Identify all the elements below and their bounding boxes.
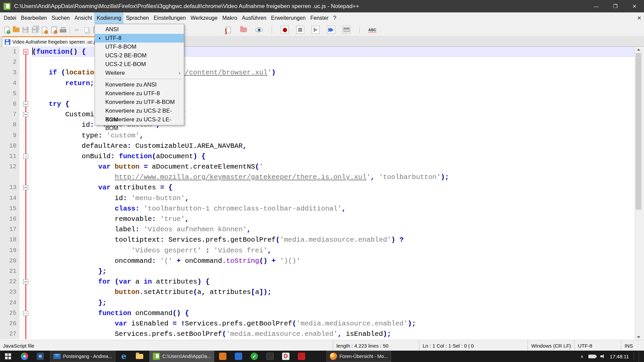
close-doc-icon[interactable]: –: [40, 26, 48, 34]
code-text[interactable]: http://www.mozilla.org/keymaster/gatekee…: [32, 172, 635, 182]
code-line-wrap[interactable]: http://www.mozilla.org/keymaster/gatekee…: [0, 172, 635, 182]
fold-margin[interactable]: [19, 47, 32, 57]
close-button[interactable]: ✕: [625, 0, 644, 12]
code-text[interactable]: oncommand: '(' + onCommand.toString() + …: [32, 256, 635, 266]
code-line[interactable]: 19 'Videos gesperrt' : 'Videos frei',: [0, 245, 635, 256]
fold-margin[interactable]: [19, 57, 32, 67]
encoding-menu-item-konvertiere-zu-ansi[interactable]: Konvertiere zu ANSI: [95, 80, 184, 89]
code-line[interactable]: 21 };: [0, 266, 635, 277]
macro-run-multiple-icon[interactable]: [327, 26, 335, 34]
macro-play-icon[interactable]: [312, 26, 320, 34]
session-folder-icon[interactable]: [239, 26, 248, 34]
fold-collapse-icon[interactable]: [23, 112, 28, 117]
code-line[interactable]: 18 tooltiptext: Services.prefs.getBoolPr…: [0, 235, 635, 245]
code-text[interactable]: defaultArea: CustomizableUI.AREA_NAVBAR,: [32, 141, 635, 151]
code-text[interactable]: onBuild: function(aDocument) {: [32, 151, 635, 162]
code-text[interactable]: Services.prefs.setBoolPref('media.medias…: [32, 329, 635, 339]
fold-margin[interactable]: [19, 141, 32, 151]
fold-margin[interactable]: [19, 109, 32, 120]
menu-item-suchen[interactable]: Suchen: [49, 12, 72, 24]
macro-save-icon[interactable]: [342, 26, 351, 34]
code-line[interactable]: 9 type: 'custom',: [0, 130, 635, 141]
fold-margin[interactable]: [19, 214, 32, 224]
menu-item-ansicht[interactable]: Ansicht: [72, 12, 94, 24]
firefox-window-button[interactable]: Foren-Übersicht - Mo...: [326, 351, 391, 362]
clock[interactable]: 17:48:11: [610, 354, 629, 359]
fold-collapse-icon[interactable]: [23, 279, 28, 284]
encoding-menu-item-weitere[interactable]: Weitere›: [95, 69, 184, 77]
orange-app-icon[interactable]: [215, 351, 230, 362]
code-text[interactable]: tooltiptext: Services.prefs.getBoolPref(…: [32, 235, 635, 245]
code-line[interactable]: 10 defaultArea: CustomizableUI.AREA_NAVB…: [0, 141, 635, 151]
fold-collapse-icon[interactable]: [23, 49, 28, 54]
code-text[interactable]: for (var a in attributes) {: [32, 277, 635, 287]
vertical-scrollbar[interactable]: [635, 47, 642, 340]
scroll-up-icon[interactable]: [635, 47, 642, 52]
fold-margin[interactable]: [19, 182, 32, 193]
code-line[interactable]: 24 };: [0, 298, 635, 308]
fold-margin[interactable]: [19, 266, 32, 277]
encoding-menu-item-ucs-2-be-bom[interactable]: UCS-2 BE-BOM: [95, 51, 184, 60]
menu-item-einstellungen[interactable]: Einstellungen: [151, 12, 188, 24]
fold-margin[interactable]: [19, 88, 32, 99]
show-desktop-button[interactable]: [639, 351, 641, 362]
copy-icon[interactable]: [82, 26, 90, 34]
fold-margin[interactable]: [19, 130, 32, 141]
code-line[interactable]: 11 onBuild: function(aDocument) {: [0, 151, 635, 162]
menu-item-erweiterungen[interactable]: Erweiterungen: [269, 12, 308, 24]
fold-margin[interactable]: [19, 172, 32, 182]
code-text[interactable]: id: 'menu-button',: [32, 193, 635, 203]
code-text[interactable]: var attributes = {: [32, 182, 635, 193]
save-icon[interactable]: [21, 26, 30, 34]
macro-record-icon[interactable]: [281, 26, 289, 34]
antivirus-check-icon[interactable]: ✓: [247, 351, 262, 362]
open-file-icon[interactable]: [12, 26, 20, 34]
fold-margin[interactable]: [19, 256, 32, 266]
fold-margin[interactable]: [19, 151, 32, 162]
code-line[interactable]: 14 id: 'menu-button',: [0, 193, 635, 203]
notepadpp-window-button[interactable]: C:\Users\Andi\AppDa...: [149, 351, 214, 362]
minimize-button[interactable]: —: [587, 0, 606, 12]
tray-chevron-icon[interactable]: ∧: [580, 354, 584, 359]
start-button[interactable]: [0, 351, 16, 362]
encoding-menu-item-ansi[interactable]: ANSI: [95, 25, 184, 34]
chrome-icon[interactable]: [17, 351, 32, 362]
fold-collapse-icon[interactable]: [23, 185, 28, 190]
scroll-down-icon[interactable]: [635, 334, 642, 340]
code-line[interactable]: 20 oncommand: '(' + onCommand.toString()…: [0, 256, 635, 266]
menu-item-sprachen[interactable]: Sprachen: [123, 12, 151, 24]
spellcheck-icon[interactable]: ABC: [368, 26, 376, 34]
scrollbar-thumb[interactable]: [636, 53, 641, 210]
volume-icon[interactable]: [600, 354, 605, 358]
fold-margin[interactable]: [19, 235, 32, 245]
code-line[interactable]: 25 function onCommand() {: [0, 308, 635, 318]
fold-margin[interactable]: [19, 120, 32, 130]
macro-stop-icon[interactable]: [296, 26, 304, 34]
menu-item-werkzeuge[interactable]: Werkzeuge: [188, 12, 220, 24]
fold-margin[interactable]: [19, 99, 32, 109]
fold-margin[interactable]: [19, 67, 32, 78]
red-app-icon[interactable]: [294, 351, 309, 362]
fold-margin[interactable]: [19, 287, 32, 297]
code-line[interactable]: 23 button.setAttribute(a, attributes[a])…: [0, 287, 635, 297]
battery-icon[interactable]: [588, 355, 596, 358]
encoding-menu-item-konvertiere-zu-ucs-2-le-bom[interactable]: Konvertiere zu UCS-2 LE-BOM: [95, 115, 184, 124]
encoding-menu-item-konvertiere-zu-utf-8[interactable]: Konvertiere zu UTF-8: [95, 89, 184, 98]
encoding-menu-item-utf-8[interactable]: UTF-8●: [95, 34, 184, 43]
fold-margin[interactable]: [19, 277, 32, 287]
code-line[interactable]: 12 var button = aDocument.createElementN…: [0, 162, 635, 172]
encoding-menu-item-utf-8-bom[interactable]: UTF-8-BOM: [95, 43, 184, 51]
save-all-icon[interactable]: [31, 26, 39, 34]
code-text[interactable]: };: [32, 298, 635, 308]
restore-button[interactable]: ❐: [606, 0, 625, 12]
menu-item-kodierung[interactable]: Kodierung: [94, 12, 123, 24]
d-app-icon[interactable]: D: [278, 351, 293, 362]
file-explorer-icon[interactable]: [132, 351, 147, 362]
menu-item-ausf-hren[interactable]: Ausführen: [239, 12, 269, 24]
fold-collapse-icon[interactable]: [23, 154, 28, 159]
code-text[interactable]: button.setAttribute(a, attributes[a]);: [32, 287, 635, 297]
encoding-menu-item-ucs-2-le-bom[interactable]: UCS-2 LE-BOM: [95, 60, 184, 69]
fold-margin[interactable]: [19, 329, 32, 339]
code-line[interactable]: 15 class: 'toolbarbutton-1 chromeclass-t…: [0, 203, 635, 214]
fold-margin[interactable]: [19, 162, 32, 172]
